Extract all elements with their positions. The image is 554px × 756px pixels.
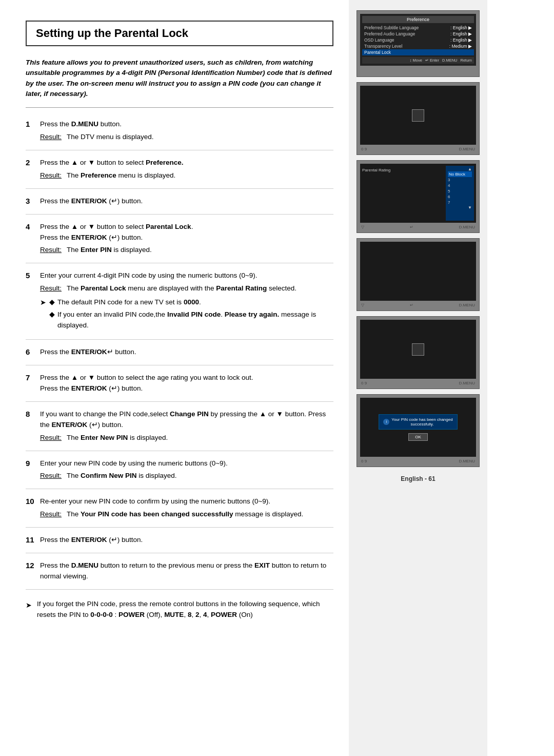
screen-4-nav: ▽ ↵ D.MENU [360,303,476,307]
step-2-result: The Preference menu is displayed. [67,170,175,181]
pref-row-subtitle: Preferred Subtitle Language : English ▶ [362,25,474,31]
empty-screen-4 [360,242,476,301]
step-1-body: Press the D.MENU button. Result: The DTV… [40,119,333,143]
pref-value: : English ▶ [450,25,472,30]
step-10-result: The Your PIN code has been changed succe… [67,509,303,520]
step-2: 2 Press the ▲ or ▼ button to select Pref… [26,158,333,189]
step-3-number: 3 [26,196,40,205]
step-9-number: 9 [26,458,40,468]
step-4-result: The Enter PIN is displayed. [67,245,152,256]
step-7-body: Press the ▲ or ▼ button to select the ag… [40,373,333,394]
ok-button[interactable]: OK [408,433,428,441]
step-12-number: 12 [26,560,40,570]
page-footer: English - 61 [357,475,480,482]
screen-2-left-label: 0 9 [361,147,367,151]
bottom-note-text: If you forget the PIN code, press the re… [37,599,333,621]
pref-label: OSD Language [364,37,394,43]
pref-row-audio: Preferred Audio Language : English ▶ [362,31,474,37]
result-label-4: Result: [40,245,64,256]
step-9: 9 Enter your new PIN code by using the n… [26,458,333,490]
step-2-body: Press the ▲ or ▼ button to select Prefer… [40,158,333,181]
rating-item-7: 7 [448,200,472,205]
screen-6-right: D.MENU [459,459,475,463]
pin-input-box [412,109,424,122]
screen-4-left: ▽ [361,303,364,307]
pref-label: Transparency Level [364,44,402,49]
rating-screen: Parental Rating ▲ No Block 3 4 5 6 7 ▼ [360,164,476,223]
step-6-body: Press the ENTER/OK↵ button. [40,347,333,358]
bottom-note: ➤ If you forget the PIN code, press the … [26,599,333,621]
note-item-2: ◆ If you enter an invalid PIN code,the I… [49,309,333,331]
screen-6-left: 0 9 [361,459,367,463]
step-8-result: The Enter New PIN is displayed. [67,433,168,443]
step-7: 7 Press the ▲ or ▼ button to select the … [26,373,333,402]
screen-2-nav: 0 9 D.MENU [360,147,476,151]
step-4: 4 Press the ▲ or ▼ button to select Pare… [26,222,333,264]
pref-value: : English ▶ [450,37,472,43]
nav-dmenu: D.MENU [442,58,458,63]
step-11: 11 Press the ENTER/OK (↵) button. [26,535,333,553]
step-5-result: The Parental Lock menu are displayed wit… [67,283,296,294]
rating-item-3: 3 [448,177,472,183]
pref-row-transparency: Transparency Level : Medium ▶ [362,43,474,49]
screen-6-nav: 0 9 D.MENU [360,459,476,463]
page-title: Setting up the Parental Lock [26,21,333,46]
step-7-number: 7 [26,373,40,382]
screen-6-box: i Your PIN code has been changedsuccessf… [357,394,480,467]
pref-title: Preference [362,16,474,23]
pref-label: Preferred Audio Language [364,31,415,36]
screen-4-box: ▽ ↵ D.MENU [357,238,480,311]
screen-3-right: D.MENU [459,225,475,229]
step-1-result: The DTV menu is displayed. [67,132,154,143]
note-text-1: The default PIN code for a new TV set is… [57,297,201,308]
step-5-body: Enter your current 4-digit PIN code by u… [40,270,333,332]
pref-label: Preferred Subtitle Language [364,25,419,30]
step-1: 1 Press the D.MENU button. Result: The D… [26,119,333,150]
screen-3-left: ▽ [361,225,364,229]
nav-enter: ↵ Enter [425,58,439,63]
arrow-icon-bottom: ➤ [26,599,32,611]
step-9-result: The Confirm New PIN is displayed. [67,471,177,481]
step-11-body: Press the ENTER/OK (↵) button. [40,535,333,546]
rating-item-5: 5 [448,188,472,194]
pref-label-parental: Parental Lock [364,50,391,55]
success-bubble: i Your PIN code has been changedsuccessf… [379,414,457,430]
diamond-icon-2: ◆ [49,309,55,320]
step-3-body: Press the ENTER/OK (↵) button. [40,196,333,207]
pref-row-parental: Parental Lock [362,49,474,55]
step-10: 10 Re-enter your new PIN code to confirm… [26,496,333,528]
step-11-number: 11 [26,535,40,544]
step-9-body: Enter your new PIN code by using the num… [40,458,333,482]
diamond-icon: ◆ [49,297,55,308]
main-content: Setting up the Parental Lock This featur… [0,0,349,756]
pref-value: : English ▶ [450,31,472,36]
step-2-number: 2 [26,158,40,167]
rating-item-6: 6 [448,194,472,200]
screen-3-mid: ↵ [410,225,413,229]
step-10-body: Re-enter your new PIN code to confirm by… [40,496,333,520]
screen-5-box: 0 9 D.MENU [357,316,480,389]
note-text-2: If you enter an invalid PIN code,the Inv… [57,309,333,331]
rating-item-4: 4 [448,183,472,188]
pref-row-osd: OSD Language : English ▶ [362,37,474,43]
arrow-icon: ➤ [40,297,46,308]
screen-4-mid: ↵ [410,303,413,307]
pref-value: : Medium ▶ [449,44,472,49]
rating-list: ▲ No Block 3 4 5 6 7 ▼ [446,166,474,221]
screen-1-box: Preference Preferred Subtitle Language :… [357,10,480,77]
screen-3-nav: ▽ ↵ D.MENU [360,225,476,229]
rating-label: Parental Rating [362,166,446,221]
result-label-10: Result: [40,509,64,520]
screen-5-left: 0 9 [361,381,367,385]
preference-menu: Preference Preferred Subtitle Language :… [360,14,476,66]
step-3: 3 Press the ENTER/OK (↵) button. [26,196,333,215]
rating-item-noblock: No Block [448,171,472,177]
success-message: Your PIN code has been changedsuccessful… [391,417,452,427]
result-label-5: Result: [40,283,64,294]
pin-input-box-2 [412,343,424,356]
pin-screen-2 [360,86,476,145]
right-panel: Preference Preferred Subtitle Language :… [349,0,487,756]
nav-move: ↕ Move [410,58,422,63]
intro-text: This feature allows you to prevent unaut… [26,57,333,108]
step-8-body: If you want to change the PIN code,selec… [40,409,333,443]
